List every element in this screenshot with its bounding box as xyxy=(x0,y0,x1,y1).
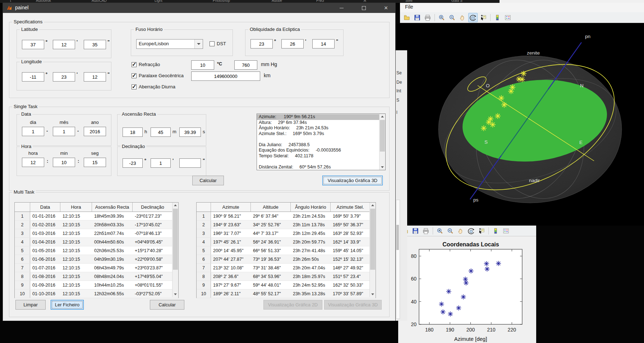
result-line[interactable] xyxy=(257,136,379,142)
table-row[interactable]: 9197º 27' 9.67"59º 44' 48.01"23h 24m 52.… xyxy=(197,281,376,289)
hora-field[interactable] xyxy=(22,158,44,167)
zoom-out-icon[interactable] xyxy=(447,13,457,22)
table-cell[interactable]: 162º 14' 33.9" xyxy=(331,238,370,246)
table-cell[interactable]: 190º 9' 56.21" xyxy=(211,212,251,220)
row-number-cell[interactable]: 9 xyxy=(197,281,211,289)
table-cell[interactable]: 01-06-2016 xyxy=(30,255,60,263)
table-cell[interactable]: 23h 18m 25.97s xyxy=(291,272,331,281)
refraccao-checkbox[interactable] xyxy=(132,62,137,67)
table-cell[interactable]: 01-08-2016 xyxy=(30,272,60,281)
table-cell[interactable]: 59º 44' 48.01" xyxy=(251,281,291,289)
table-cell[interactable]: 23h 35m 13.28s xyxy=(291,289,331,298)
scroll-down-icon[interactable] xyxy=(172,291,178,297)
table-cell[interactable]: 34º 25' 52.76" xyxy=(251,221,291,229)
table-cell[interactable]: 163º 28' 52.93" xyxy=(331,229,370,237)
result-line[interactable]: Ângulo Horário: 23h 21m 24.53s xyxy=(257,125,379,131)
close-button[interactable]: × xyxy=(378,3,394,13)
result-line[interactable]: Tempo Sideral: 402.1178 xyxy=(257,153,379,159)
timezone-dropdown[interactable]: Europe/Lisbon xyxy=(136,39,203,49)
ra-s-field[interactable] xyxy=(179,128,201,137)
table-cell[interactable]: 12h32m06.55s xyxy=(92,289,133,298)
scroll-up-icon[interactable] xyxy=(380,114,385,120)
datacursor-icon[interactable] xyxy=(477,226,486,236)
table-row[interactable]: 701-07-201612:10:1506h43m49.79s+23º03'23… xyxy=(15,264,178,272)
table-cell[interactable]: 194º 9' 23.63" xyxy=(211,221,251,229)
latitude-deg-field[interactable] xyxy=(22,40,44,49)
table-cell[interactable]: 23h 20m 47.04s xyxy=(291,264,331,272)
table-cell[interactable]: 12:10:15 xyxy=(60,229,92,237)
min-field[interactable] xyxy=(53,158,75,167)
result-line[interactable]: Equação dos Equinócios: -0.00033556 xyxy=(257,148,379,153)
table-cell[interactable]: 18h45m39.39s xyxy=(92,212,133,220)
row-number-cell[interactable]: 4 xyxy=(197,238,211,246)
row-number-cell[interactable]: 6 xyxy=(197,255,211,263)
longitude-sec-field[interactable] xyxy=(84,72,106,82)
latitude-min-field[interactable] xyxy=(53,40,75,49)
input-table[interactable]: DataHoraAscensão RectaDeclinação101-01-2… xyxy=(14,202,179,298)
table-cell[interactable]: 207º 44' 27.87" xyxy=(211,255,251,263)
table-cell[interactable]: +22º09'00.58" xyxy=(133,255,173,263)
row-number-cell[interactable]: 9 xyxy=(15,281,30,289)
table-cell[interactable]: 44º 7' 33.17" xyxy=(251,229,291,237)
table-row[interactable]: 301-03-201612:10:1522h51m07.74s-07º18'46… xyxy=(15,229,178,238)
visualizacao-grafica-2d-button-disabled[interactable]: Visualização Gráfica 2D xyxy=(263,300,322,310)
table-cell[interactable]: 159º 45' 14.05" xyxy=(331,246,370,255)
ra-h-field[interactable] xyxy=(123,128,143,137)
table-cell[interactable]: 48º 55' 52.17" xyxy=(251,289,291,298)
table-cell[interactable]: 01-01-2016 xyxy=(30,212,60,220)
table-cell[interactable]: 01-03-2016 xyxy=(30,229,60,237)
obliquidade-min-field[interactable] xyxy=(281,39,304,48)
results-scrollbar[interactable] xyxy=(379,114,385,170)
table-cell[interactable]: 169º 50' 3.79" xyxy=(331,212,370,220)
table-row[interactable]: 4197º 45' 26.1"56º 24' 36.91"23h 20m 59.… xyxy=(197,238,376,246)
table-row[interactable]: 7213º 32' 10.08"73º 31' 38.46"23h 20m 47… xyxy=(197,264,376,272)
row-number-cell[interactable]: 7 xyxy=(197,264,211,272)
table-row[interactable]: 201-02-201612:10:1520h58m03.33s-17º10'45… xyxy=(15,221,178,229)
row-number-cell[interactable]: 8 xyxy=(15,272,30,281)
table-cell[interactable]: 10h44m10.25s xyxy=(92,281,133,289)
table-cell[interactable]: 22h51m07.74s xyxy=(92,229,133,237)
table-cell[interactable]: 01-07-2016 xyxy=(30,264,60,272)
minimize-button[interactable] xyxy=(334,3,349,13)
temperature-field[interactable] xyxy=(191,60,214,70)
pressure-field[interactable] xyxy=(234,60,257,70)
table-cell[interactable]: 68º 34' 53.96" xyxy=(251,272,291,281)
seg-field[interactable] xyxy=(84,158,106,167)
visualizacao-grafica-3d-button-disabled[interactable]: Visualização Gráfica 3D xyxy=(324,300,382,310)
table-cell[interactable]: 23h 20m 59.77s xyxy=(291,238,331,246)
table-cell[interactable]: 08h48m24.04s xyxy=(92,272,133,281)
table-cell[interactable]: +15º17'40.28" xyxy=(133,246,173,255)
colorbar-icon[interactable] xyxy=(493,13,502,22)
table-cell[interactable]: 23h 24m 52.95s xyxy=(291,281,331,289)
table-cell[interactable]: 197º 27' 9.67" xyxy=(211,281,251,289)
calcular-button[interactable]: Calcular xyxy=(192,176,224,185)
result-line[interactable]: Azimute Stel.: 169º 50m 3.79s xyxy=(257,131,379,137)
table-scrollbar[interactable] xyxy=(172,203,178,297)
row-number-cell[interactable]: 3 xyxy=(15,229,30,237)
dec-sec-field[interactable] xyxy=(179,158,201,168)
table-row[interactable]: 8208º 2' 36.6"68º 34' 53.96"23h 18m 25.9… xyxy=(197,272,376,281)
painel-titlebar[interactable]: painel × xyxy=(3,3,395,13)
result-line[interactable]: Azimute: 190º 9m 56.21s xyxy=(257,114,379,120)
table-row[interactable]: 1190º 9' 56.21"29º 6' 37.94"23h 21m 24.5… xyxy=(197,212,376,221)
dia-field[interactable] xyxy=(22,127,44,136)
table-cell[interactable]: 170º 33' 57.89" xyxy=(331,289,370,298)
longitude-deg-field[interactable] xyxy=(22,72,44,82)
dec-min-field[interactable] xyxy=(151,158,171,168)
dst-checkbox[interactable] xyxy=(210,41,215,46)
row-number-cell[interactable]: 1 xyxy=(197,212,211,220)
table-row[interactable]: 801-08-201612:10:1508h48m24.04s+17º49'55… xyxy=(15,272,178,281)
table-cell[interactable]: 200º 14' 45.95" xyxy=(211,246,251,255)
table-cell[interactable]: 208º 2' 36.6" xyxy=(211,272,251,281)
chevron-down-icon[interactable] xyxy=(194,40,203,48)
table-cell[interactable]: 23h 27m 41.48s xyxy=(291,246,331,255)
table-cell[interactable]: 152º 15' 32.13" xyxy=(331,255,370,263)
rotate3d-icon[interactable] xyxy=(468,13,478,22)
result-line[interactable]: Altura: 29º 6m 37.94s xyxy=(257,120,379,126)
mes-field[interactable] xyxy=(53,127,75,136)
table-cell[interactable]: 20h58m03.33s xyxy=(92,221,133,229)
table-cell[interactable]: -07º18'46.13" xyxy=(133,229,173,237)
table-cell[interactable]: 02h36m25.53s xyxy=(92,246,133,255)
table-cell[interactable]: 12:10:15 xyxy=(60,272,92,281)
output-table[interactable]: AzimuteAltitudeÂngulo HorárioAzimute Ste… xyxy=(196,202,376,298)
